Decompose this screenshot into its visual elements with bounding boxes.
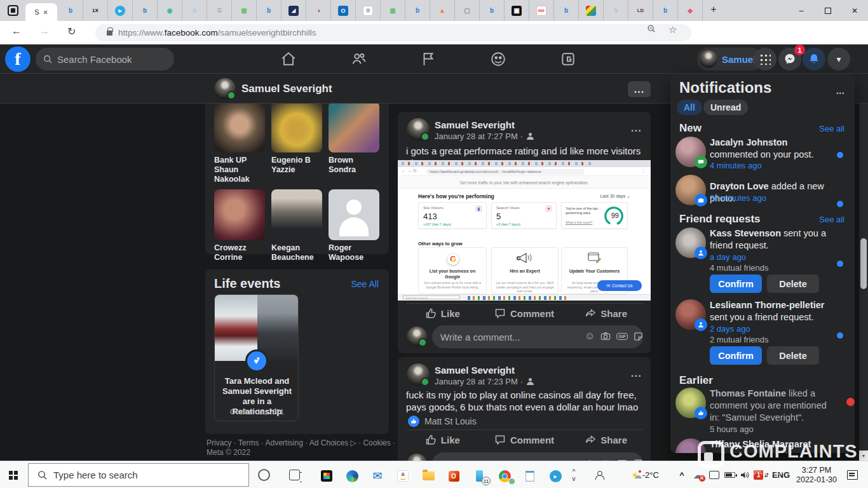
friend-photo[interactable] bbox=[214, 189, 265, 240]
browser-tab[interactable]: ◆ bbox=[678, 0, 703, 21]
taskbar-app-store[interactable] bbox=[314, 466, 339, 485]
friend-tile[interactable]: Roger Wapoose bbox=[329, 189, 379, 264]
apps-menu-button[interactable] bbox=[754, 48, 776, 71]
browser-tab[interactable]: ▣ bbox=[505, 0, 529, 21]
battery-icon[interactable] bbox=[722, 461, 737, 488]
browser-tab[interactable]: ◑ bbox=[306, 0, 331, 21]
friend-photo[interactable] bbox=[214, 102, 265, 152]
friend-photo[interactable] bbox=[329, 102, 379, 152]
window-restore-button[interactable] bbox=[815, 0, 841, 21]
taskbar-app-telegram[interactable]: ▸ bbox=[543, 466, 568, 485]
scrollbar-thumb[interactable] bbox=[860, 238, 867, 289]
facebook-search-input[interactable]: Search Facebook bbox=[36, 48, 174, 71]
window-close-button[interactable]: ✕ bbox=[841, 0, 868, 21]
friend-photo[interactable] bbox=[271, 102, 322, 152]
tab-close-icon[interactable]: ✕ bbox=[43, 9, 48, 16]
tray-expand-chevron[interactable]: ^ bbox=[675, 461, 689, 488]
language-indicator[interactable]: ENG bbox=[770, 461, 792, 488]
page-scrollbar[interactable]: ▲ ▼ bbox=[859, 44, 868, 461]
action-center-button[interactable] bbox=[841, 461, 863, 488]
page-url[interactable]: https://www.facebook.com/samuelseveright… bbox=[118, 28, 316, 37]
post-menu-button[interactable]: ... bbox=[631, 122, 642, 135]
nav-friends-icon[interactable] bbox=[351, 51, 367, 67]
gif-icon[interactable]: GIF bbox=[616, 333, 628, 340]
taskbar-search-input[interactable]: Type here to search bbox=[28, 463, 249, 487]
tray-notification-badge[interactable]: 1⇵ bbox=[752, 461, 770, 488]
browser-tab[interactable]: b bbox=[480, 0, 505, 21]
taskbar-app-edge[interactable] bbox=[339, 466, 365, 485]
notification-item[interactable]: Jacalyn Johnston commented on your post.… bbox=[674, 135, 851, 172]
nav-groups-icon[interactable] bbox=[490, 51, 506, 67]
friend-tile[interactable]: Eugenio B Yazzie bbox=[271, 102, 322, 184]
browser-tab[interactable]: b bbox=[653, 0, 678, 21]
nav-gaming-icon[interactable] bbox=[560, 51, 576, 67]
tab-all[interactable]: All bbox=[677, 100, 702, 115]
avatar[interactable] bbox=[214, 78, 236, 100]
browser-tab-active[interactable]: S ✕ bbox=[25, 3, 57, 21]
notifications-menu-button[interactable]: ... bbox=[836, 85, 844, 97]
camera-icon[interactable] bbox=[600, 332, 611, 341]
share-button[interactable]: Share bbox=[565, 431, 647, 449]
browser-tab[interactable]: ≣ bbox=[356, 0, 381, 21]
taskbar-app-notepad[interactable] bbox=[517, 466, 543, 485]
life-events-see-all-link[interactable]: See All bbox=[351, 279, 379, 289]
like-button[interactable]: Like bbox=[402, 431, 484, 449]
notification-item[interactable]: Thomas Fontaine liked a comment you are … bbox=[674, 386, 851, 436]
confirm-button[interactable]: Confirm bbox=[710, 346, 762, 365]
browser-tab[interactable]: 1X bbox=[83, 0, 108, 21]
scroll-down-arrow[interactable]: ▼ bbox=[859, 451, 868, 461]
task-view-button[interactable] bbox=[289, 470, 300, 480]
browser-tab[interactable]: ◢ bbox=[281, 0, 306, 21]
browser-tab[interactable]: O bbox=[331, 0, 356, 21]
browser-tab[interactable]: ▦ bbox=[381, 0, 405, 21]
browser-tab[interactable]: b bbox=[554, 0, 579, 21]
people-button[interactable] bbox=[590, 461, 609, 488]
comment-button[interactable]: Comment bbox=[484, 431, 566, 449]
friend-tile[interactable]: Bank UP Shaun Nakoolak bbox=[214, 102, 265, 184]
friend-photo[interactable] bbox=[271, 189, 322, 240]
friend-tile[interactable]: Crowezz Corrine bbox=[214, 189, 265, 264]
confirm-button[interactable]: Confirm bbox=[710, 274, 762, 293]
profile-more-button[interactable]: ... bbox=[628, 81, 651, 97]
browser-tab[interactable]: b bbox=[133, 0, 158, 21]
taskbar-app-office[interactable]: O bbox=[441, 466, 466, 485]
tab-actions-menu-icon[interactable] bbox=[8, 5, 18, 16]
notification-item[interactable]: Drayton Love added a new photo. 38 minut… bbox=[674, 173, 851, 210]
notification-item[interactable]: Tiffany Shelia Margaret Mcleod mentioned… bbox=[674, 437, 851, 453]
share-button[interactable]: Share bbox=[565, 304, 647, 322]
back-button[interactable]: ← bbox=[11, 25, 22, 37]
life-event-item[interactable]: ♥♥ Tara Mcleod and Samuel Severight are … bbox=[214, 294, 299, 421]
taskbar-app-amazon[interactable]: a bbox=[390, 466, 416, 485]
post-author-name[interactable]: Samuel Severight bbox=[435, 119, 515, 130]
browser-tab[interactable]: LD bbox=[628, 0, 653, 21]
notifications-button[interactable] bbox=[803, 48, 825, 71]
browser-tab[interactable]: ▲ bbox=[430, 0, 455, 21]
friend-request-item[interactable]: Leslieann Thorne-pelletier sent you a fr… bbox=[674, 298, 851, 365]
like-button[interactable]: Like bbox=[402, 304, 484, 322]
facebook-logo[interactable]: f bbox=[5, 46, 31, 72]
post-timestamp[interactable]: January 28 at 7:23 PM · bbox=[435, 377, 534, 386]
window-minimize-button[interactable]: – bbox=[788, 0, 815, 21]
taskbar-app-phone[interactable]: 11 bbox=[466, 466, 492, 485]
taskbar-app-mail[interactable]: ✉ bbox=[365, 466, 390, 485]
zoom-out-icon[interactable] bbox=[647, 24, 656, 35]
taskbar-app-explorer[interactable] bbox=[416, 466, 441, 485]
emoji-icon[interactable]: ☺ bbox=[585, 330, 595, 342]
browser-tab[interactable]: PDF bbox=[529, 0, 554, 21]
friend-tile[interactable]: Brown Sondra bbox=[329, 102, 379, 184]
new-tab-button[interactable]: + bbox=[707, 4, 721, 15]
cortana-button[interactable] bbox=[258, 469, 270, 481]
nav-pages-flag-icon[interactable] bbox=[420, 51, 437, 67]
browser-tab[interactable]: ▸ bbox=[108, 0, 133, 21]
taskbar-scroll-arrows[interactable]: ^v bbox=[567, 461, 580, 488]
browser-tab[interactable]: ◉ bbox=[158, 0, 182, 21]
browser-tab[interactable]: ☰ bbox=[207, 0, 232, 21]
browser-tab[interactable]: ▦ bbox=[579, 0, 604, 21]
delete-button[interactable]: Delete bbox=[767, 346, 819, 365]
default-avatar-silhouette[interactable] bbox=[329, 189, 379, 240]
nav-home-icon[interactable] bbox=[280, 51, 297, 67]
post-author-avatar[interactable] bbox=[407, 363, 430, 386]
browser-tab[interactable]: b bbox=[405, 0, 430, 21]
browser-tab[interactable]: b bbox=[58, 0, 83, 21]
sticker-icon[interactable] bbox=[634, 332, 643, 341]
